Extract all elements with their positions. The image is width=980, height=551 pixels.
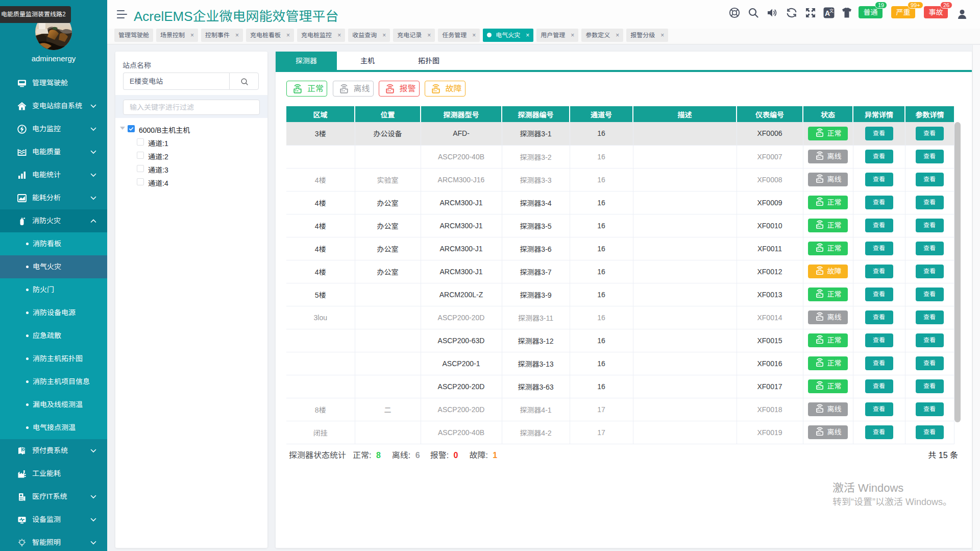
svg-text:文: 文 xyxy=(829,7,834,13)
